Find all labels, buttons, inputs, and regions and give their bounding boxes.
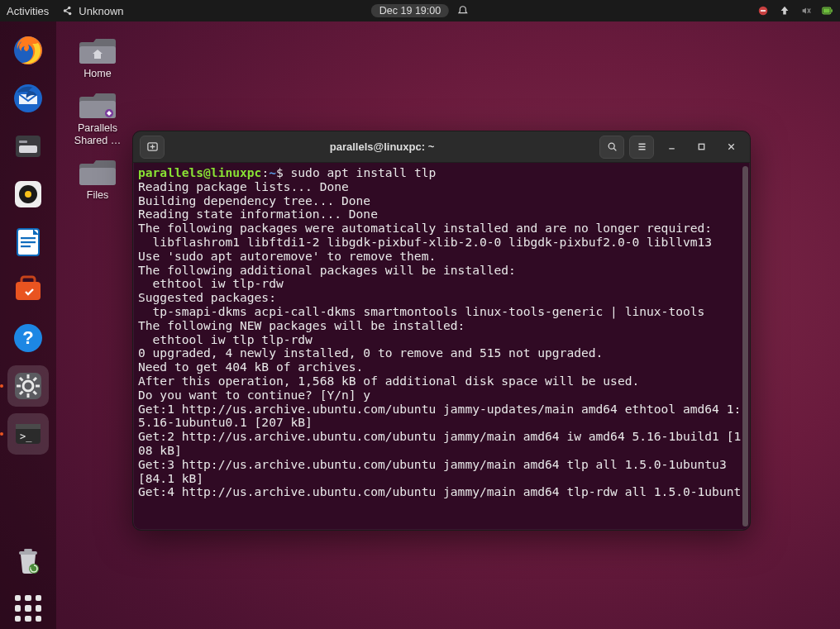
- svg-rect-29: [19, 551, 37, 555]
- svg-rect-4: [761, 10, 766, 12]
- svg-rect-27: [16, 424, 41, 429]
- dock: ? >_: [0, 21, 56, 629]
- hamburger-menu-button[interactable]: [629, 136, 654, 159]
- svg-rect-11: [19, 141, 27, 143]
- dock-settings[interactable]: [7, 365, 49, 407]
- active-app-indicator[interactable]: Unknown: [62, 5, 123, 17]
- svg-rect-12: [19, 145, 37, 153]
- do-not-disturb-icon[interactable]: [757, 5, 769, 17]
- maximize-icon: [696, 141, 707, 152]
- show-applications[interactable]: [7, 588, 49, 629]
- svg-rect-18: [21, 237, 36, 239]
- activities-button[interactable]: Activities: [7, 5, 49, 17]
- app-icon: [62, 5, 74, 17]
- desktop-icon-label: Home: [84, 68, 111, 79]
- dock-firefox[interactable]: [7, 30, 49, 71]
- svg-point-15: [25, 191, 31, 198]
- apps-grid-icon: [12, 592, 45, 625]
- svg-point-34: [609, 143, 614, 149]
- network-icon[interactable]: [779, 5, 790, 17]
- svg-rect-7: [831, 9, 833, 12]
- close-button[interactable]: [718, 136, 743, 159]
- desktop-icon-home[interactable]: Home: [71, 31, 124, 79]
- minimize-button[interactable]: [659, 136, 684, 159]
- svg-rect-21: [16, 282, 41, 300]
- dock-files[interactable]: [7, 126, 49, 167]
- minimize-icon: [666, 141, 677, 152]
- search-icon: [607, 141, 618, 152]
- dock-thunderbird[interactable]: [7, 78, 49, 119]
- dock-help[interactable]: ?: [7, 317, 49, 359]
- dock-terminal[interactable]: >_: [7, 413, 49, 455]
- svg-rect-30: [24, 549, 32, 551]
- terminal-window: parallels@linuxpc: ~ parallels@linuxpc:~…: [132, 131, 751, 531]
- svg-rect-35: [699, 144, 704, 150]
- desktop-icon-label: Files: [87, 189, 108, 201]
- volume-muted-icon[interactable]: [800, 5, 812, 17]
- close-icon: [726, 141, 737, 152]
- hamburger-icon: [637, 141, 647, 152]
- svg-rect-20: [21, 245, 31, 247]
- active-app-label: Unknown: [79, 5, 123, 17]
- desktop-icon-parallels-shared[interactable]: Parallels Shared …: [71, 86, 124, 146]
- terminal-titlebar[interactable]: parallels@linuxpc: ~: [133, 131, 750, 163]
- battery-icon[interactable]: [822, 5, 833, 17]
- terminal-body[interactable]: parallels@linuxpc:~$ sudo apt install tl…: [133, 163, 750, 530]
- search-button[interactable]: [599, 136, 624, 159]
- svg-rect-6: [823, 8, 830, 12]
- svg-text:?: ?: [22, 327, 33, 348]
- desktop-icon-files[interactable]: Files: [71, 153, 124, 201]
- dock-rhythmbox[interactable]: [7, 174, 49, 215]
- dock-libreoffice-writer[interactable]: [7, 222, 49, 263]
- svg-rect-19: [21, 241, 36, 243]
- maximize-button[interactable]: [689, 136, 714, 159]
- clock[interactable]: Dec 19 19:00: [371, 4, 449, 17]
- desktop-icon-label: Parallels Shared …: [71, 122, 124, 146]
- svg-text:>_: >_: [20, 431, 32, 442]
- new-tab-button[interactable]: [140, 136, 165, 159]
- desktop-icons: Home Parallels Shared … Files: [71, 31, 124, 202]
- top-menu-bar: Activities Unknown Dec 19 19:00: [0, 0, 840, 21]
- window-title: parallels@linuxpc: ~: [169, 141, 594, 153]
- dock-software-center[interactable]: [7, 269, 49, 311]
- notification-bell-icon[interactable]: [457, 5, 469, 17]
- dock-trash[interactable]: [7, 540, 49, 581]
